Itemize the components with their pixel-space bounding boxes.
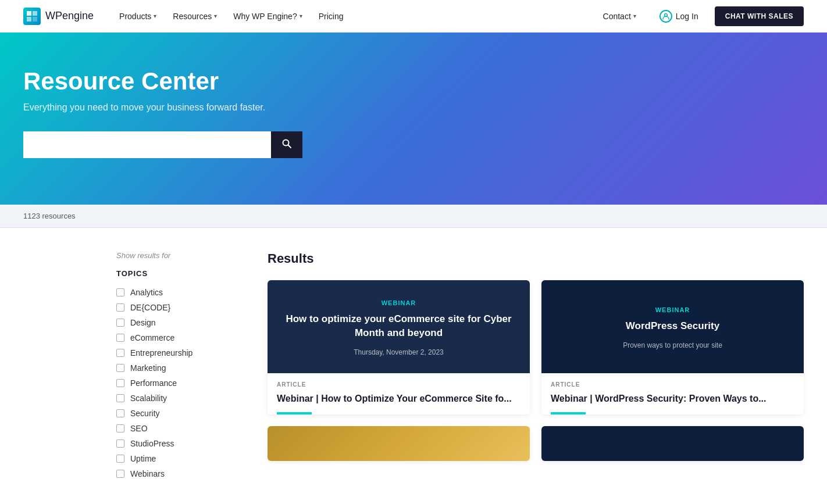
card-security-webinar[interactable]: WEBINAR WordPress Security Proven ways t…: [541, 280, 804, 414]
svg-line-6: [288, 145, 291, 148]
sidebar-item-performance[interactable]: Performance: [116, 376, 244, 391]
sidebar-item-analytics[interactable]: Analytics: [116, 285, 244, 300]
search-button[interactable]: [271, 131, 302, 158]
design-label: Design: [130, 318, 156, 327]
card-2-body-title: Webinar | WordPress Security: Proven Way…: [551, 392, 794, 405]
nav-why-wpe[interactable]: Why WP Engine? ▾: [226, 7, 309, 26]
card-2-tag: WEBINAR: [655, 306, 690, 313]
card-2-overlay-title: WordPress Security: [626, 319, 719, 333]
card-4-partial-image: [541, 426, 804, 461]
chevron-down-icon: ▾: [214, 13, 217, 19]
seo-label: SEO: [130, 424, 148, 433]
navbar-right: Contact ▾ Log In CHAT WITH SALES: [596, 5, 804, 27]
card-1-overlay-title: How to optimize your eCommerce site for …: [284, 312, 514, 340]
sidebar-item-ecommerce[interactable]: eCommerce: [116, 330, 244, 345]
entrepreneurship-label: Entrepreneurship: [130, 348, 193, 358]
card-2-accent-bar: [551, 412, 586, 414]
sidebar-item-marketing[interactable]: Marketing: [116, 360, 244, 376]
chevron-down-icon: ▾: [633, 13, 636, 19]
sidebar-item-entrepreneurship[interactable]: Entrepreneurship: [116, 345, 244, 360]
card-2-subtitle: Proven ways to protect your site: [623, 341, 722, 349]
card-2-body: ARTICLE Webinar | WordPress Security: Pr…: [541, 373, 804, 414]
svg-rect-3: [33, 17, 37, 22]
sidebar-item-design[interactable]: Design: [116, 315, 244, 330]
performance-label: Performance: [130, 378, 177, 388]
navbar: WPengine Products ▾ Resources ▾ Why WP E…: [0, 0, 827, 33]
studiopress-label: StudioPress: [130, 439, 174, 448]
card-1-body-title: Webinar | How to Optimize Your eCommerce…: [277, 392, 521, 405]
card-partial-3[interactable]: [268, 426, 530, 461]
webinars-checkbox[interactable]: [116, 470, 124, 478]
search-icon: [281, 138, 292, 151]
nav-products[interactable]: Products ▾: [112, 7, 163, 26]
login-button[interactable]: Log In: [653, 5, 705, 27]
card-2-image: WEBINAR WordPress Security Proven ways t…: [541, 280, 804, 373]
entrepreneurship-checkbox[interactable]: [116, 349, 124, 357]
logo-icon: [23, 8, 41, 25]
uptime-label: Uptime: [130, 454, 156, 463]
card-1-type: ARTICLE: [277, 381, 521, 388]
sidebar-item-decode[interactable]: DE{CODE}: [116, 300, 244, 315]
studiopress-checkbox[interactable]: [116, 439, 124, 448]
svg-rect-2: [27, 17, 31, 22]
contact-button[interactable]: Contact ▾: [596, 7, 643, 26]
ecommerce-label: eCommerce: [130, 333, 174, 342]
card-1-accent-bar: [277, 412, 312, 414]
show-results-for-label: Show results for: [116, 251, 244, 260]
marketing-label: Marketing: [130, 363, 166, 373]
card-1-tag: WEBINAR: [382, 299, 416, 306]
uptime-checkbox[interactable]: [116, 455, 124, 463]
webinars-label: Webinars: [130, 469, 165, 478]
chat-with-sales-button[interactable]: CHAT WITH SALES: [715, 6, 804, 26]
decode-label: DE{CODE}: [130, 303, 170, 312]
ecommerce-checkbox[interactable]: [116, 334, 124, 342]
chevron-down-icon: ▾: [300, 13, 302, 19]
analytics-checkbox[interactable]: [116, 288, 124, 296]
search-input[interactable]: [23, 131, 271, 158]
card-2-type: ARTICLE: [551, 381, 794, 388]
sidebar-item-security[interactable]: Security: [116, 406, 244, 421]
resource-count-bar: 1123 resources: [0, 205, 827, 228]
card-1-body: ARTICLE Webinar | How to Optimize Your e…: [268, 373, 530, 414]
hero-section: Resource Center Everything you need to m…: [0, 33, 827, 205]
performance-checkbox[interactable]: [116, 379, 124, 387]
card-1-image: WEBINAR How to optimize your eCommerce s…: [268, 280, 530, 373]
marketing-checkbox[interactable]: [116, 364, 124, 372]
resource-count: 1123 resources: [23, 212, 76, 220]
navbar-left: WPengine Products ▾ Resources ▾ Why WP E…: [23, 7, 351, 26]
search-bar: [23, 131, 302, 158]
design-checkbox[interactable]: [116, 319, 124, 327]
hero-title: Resource Center: [23, 67, 372, 95]
card-ecommerce-webinar[interactable]: WEBINAR How to optimize your eCommerce s…: [268, 280, 530, 414]
scalability-label: Scalability: [130, 394, 167, 403]
results-title: Results: [268, 251, 804, 266]
nav-pricing[interactable]: Pricing: [312, 7, 351, 26]
card-3-partial-image: [268, 426, 530, 461]
sidebar-item-studiopress[interactable]: StudioPress: [116, 436, 244, 451]
sidebar: Show results for TOPICS Analytics DE{COD…: [116, 251, 244, 481]
hero-subtitle: Everything you need to move your busines…: [23, 102, 804, 113]
results-area: Results WEBINAR How to optimize your eCo…: [268, 251, 804, 481]
cards-grid: WEBINAR How to optimize your eCommerce s…: [268, 280, 804, 461]
sidebar-item-scalability[interactable]: Scalability: [116, 391, 244, 406]
security-label: Security: [130, 409, 160, 418]
scalability-checkbox[interactable]: [116, 394, 124, 402]
security-checkbox[interactable]: [116, 409, 124, 417]
card-partial-4[interactable]: [541, 426, 804, 461]
sidebar-item-seo[interactable]: SEO: [116, 421, 244, 436]
card-1-date: Thursday, November 2, 2023: [354, 348, 444, 356]
logo-wordmark: WPengine: [45, 10, 94, 22]
user-icon: [660, 10, 672, 23]
decode-checkbox[interactable]: [116, 303, 124, 312]
svg-rect-1: [33, 11, 37, 16]
nav-resources[interactable]: Resources ▾: [166, 7, 224, 26]
seo-checkbox[interactable]: [116, 424, 124, 432]
nav-links: Products ▾ Resources ▾ Why WP Engine? ▾ …: [112, 7, 350, 26]
main-content: Show results for TOPICS Analytics DE{COD…: [0, 228, 827, 504]
topics-label: TOPICS: [116, 269, 244, 278]
svg-rect-0: [27, 11, 31, 16]
analytics-label: Analytics: [130, 288, 163, 297]
sidebar-item-webinars[interactable]: Webinars: [116, 466, 244, 481]
sidebar-item-uptime[interactable]: Uptime: [116, 451, 244, 466]
logo[interactable]: WPengine: [23, 8, 94, 25]
